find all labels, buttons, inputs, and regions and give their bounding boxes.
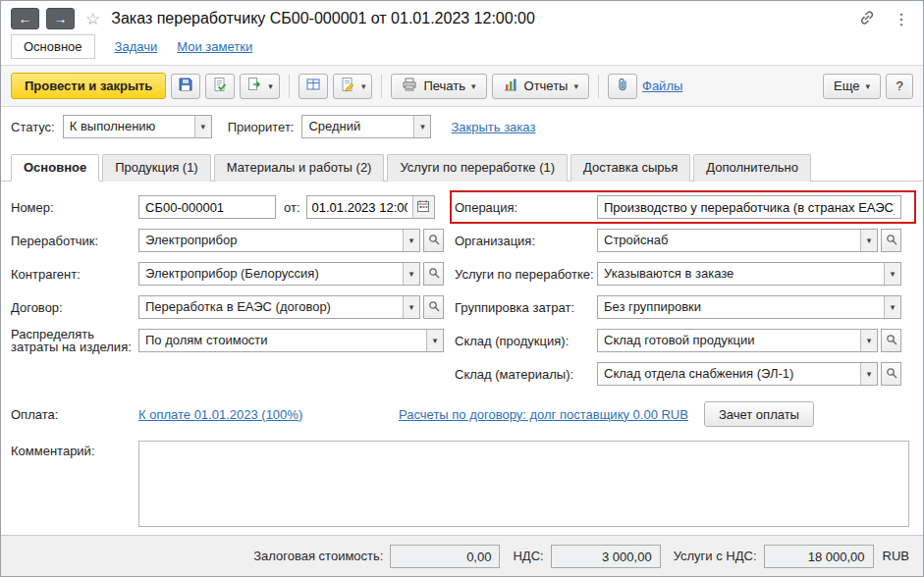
back-button[interactable]: ← bbox=[11, 8, 39, 29]
files-link[interactable]: Файлы bbox=[642, 79, 682, 93]
processor-label: Переработчик: bbox=[11, 235, 138, 247]
allocate-costs-label: Распределять затраты на изделия: bbox=[11, 328, 138, 353]
operation-input[interactable] bbox=[597, 195, 901, 219]
comment-label: Комментарий: bbox=[11, 441, 138, 458]
processor-open-button[interactable] bbox=[423, 229, 444, 252]
close-order-link[interactable]: Закрыть заказ bbox=[451, 120, 535, 134]
allocate-costs-select[interactable]: По долям стоимости ▾ bbox=[138, 329, 444, 352]
chevron-down-icon[interactable]: ▾ bbox=[403, 263, 419, 285]
status-select[interactable]: К выполнению ▾ bbox=[63, 115, 212, 138]
organization-select[interactable]: Стройснаб ▾ bbox=[597, 229, 878, 252]
warehouse-materials-label: Склад (материалы): bbox=[455, 368, 597, 381]
open-icon bbox=[886, 367, 897, 382]
save-button[interactable] bbox=[171, 74, 200, 99]
processing-services-value: Указываются в заказе bbox=[598, 263, 884, 285]
warehouse-products-select[interactable]: Склад готовой продукции ▾ bbox=[597, 329, 878, 352]
processor-select[interactable]: Электроприбор ▾ bbox=[138, 229, 420, 252]
chevron-down-icon[interactable]: ▾ bbox=[884, 296, 900, 318]
chevron-down-icon[interactable]: ▾ bbox=[860, 363, 877, 385]
more-menu-icon[interactable]: ⋮ bbox=[890, 10, 913, 28]
chevron-down-icon[interactable]: ▾ bbox=[194, 116, 211, 137]
get-link-icon[interactable] bbox=[858, 9, 876, 29]
currency-label: RUB bbox=[883, 549, 909, 563]
warehouse-materials-open-button[interactable] bbox=[881, 362, 901, 386]
back-icon: ← bbox=[19, 11, 32, 26]
more-button[interactable]: Еще ▾ bbox=[823, 74, 881, 99]
contract-label: Договор: bbox=[11, 301, 138, 314]
tab-main[interactable]: Основное bbox=[11, 154, 99, 182]
reports-icon bbox=[503, 77, 518, 95]
tab-products[interactable]: Продукция (1) bbox=[102, 154, 211, 182]
post-button[interactable] bbox=[205, 74, 235, 99]
counterparty-open-button[interactable] bbox=[423, 262, 444, 286]
tab-processing-services[interactable]: Услуги по переработке (1) bbox=[387, 154, 568, 182]
nav-tasks-link[interactable]: Задачи bbox=[115, 39, 158, 54]
services-with-vat-label: Услуги с НДС: bbox=[674, 549, 757, 563]
date-field bbox=[306, 195, 435, 219]
payment-offset-button[interactable]: Зачет оплаты bbox=[704, 401, 814, 427]
chevron-down-icon[interactable]: ▾ bbox=[884, 263, 900, 285]
pledge-value-label: Залоговая стоимость: bbox=[253, 549, 383, 563]
processing-services-select[interactable]: Указываются в заказе ▾ bbox=[597, 262, 901, 286]
help-button[interactable]: ? bbox=[886, 74, 913, 99]
post-and-close-button[interactable]: Провести и закрыть bbox=[11, 73, 166, 99]
create-based-on-icon bbox=[246, 77, 262, 95]
calendar-button[interactable] bbox=[412, 196, 434, 218]
titlebar-actions: ⋮ bbox=[858, 9, 913, 29]
reports-button[interactable]: Отчеты ▾ bbox=[492, 74, 589, 99]
calendar-icon bbox=[416, 199, 430, 216]
favorite-star-icon[interactable]: ☆ bbox=[85, 9, 100, 29]
form-right-column: Операция: Организация: Стройснаб ▾ Услуг… bbox=[455, 195, 911, 395]
services-with-vat-field: 18 000,00 bbox=[764, 545, 874, 568]
document-actions-button[interactable]: ▾ bbox=[333, 74, 373, 99]
vat-label: НДС: bbox=[513, 549, 543, 563]
organization-open-button[interactable] bbox=[881, 229, 901, 252]
open-icon bbox=[886, 334, 897, 348]
payment-due-link[interactable]: К оплате 01.01.2023 (100%) bbox=[138, 407, 302, 422]
forward-button[interactable]: → bbox=[46, 8, 75, 29]
print-button[interactable]: Печать ▾ bbox=[391, 74, 486, 99]
priority-select[interactable]: Средний ▾ bbox=[301, 115, 431, 138]
processor-value: Электроприбор bbox=[139, 230, 403, 251]
priority-label: Приоритет: bbox=[228, 120, 295, 134]
nav-main[interactable]: Основное bbox=[11, 34, 95, 59]
chevron-down-icon[interactable]: ▾ bbox=[403, 230, 419, 251]
chevron-down-icon[interactable]: ▾ bbox=[426, 330, 443, 351]
open-icon bbox=[886, 234, 897, 248]
open-icon bbox=[428, 300, 440, 315]
contract-settlements-link[interactable]: Расчеты по договору: долг поставщику 0.0… bbox=[399, 407, 688, 422]
nav-notes-link[interactable]: Мои заметки bbox=[177, 39, 252, 54]
chevron-down-icon[interactable]: ▾ bbox=[413, 116, 430, 137]
date-input[interactable] bbox=[307, 196, 412, 218]
create-based-on-button[interactable]: ▾ bbox=[240, 74, 280, 99]
paperclip-icon bbox=[615, 77, 630, 95]
warehouse-materials-select[interactable]: Склад отдела снабжения (ЭЛ-1) ▾ bbox=[597, 362, 878, 386]
contract-select[interactable]: Переработка в ЕАЭС (договор) ▾ bbox=[138, 295, 420, 319]
attachments-button[interactable] bbox=[608, 74, 637, 99]
allocate-costs-value: По долям стоимости bbox=[139, 330, 426, 351]
register-records-button[interactable] bbox=[299, 74, 328, 99]
form-body: Номер: от: Переработчик: bbox=[1, 182, 923, 535]
forward-icon: → bbox=[54, 11, 68, 26]
tab-additional[interactable]: Дополнительно bbox=[693, 154, 811, 182]
comment-input[interactable] bbox=[138, 441, 909, 527]
tab-raw-delivery[interactable]: Доставка сырья bbox=[571, 154, 690, 182]
number-input[interactable] bbox=[138, 195, 276, 219]
warehouse-products-open-button[interactable] bbox=[881, 329, 901, 352]
contract-open-button[interactable] bbox=[423, 295, 444, 319]
edit-document-icon bbox=[340, 77, 355, 95]
totals-footer: Залоговая стоимость: 0,00 НДС: 3 000,00 … bbox=[1, 535, 923, 576]
register-records-icon bbox=[305, 77, 321, 95]
pledge-value-field: 0,00 bbox=[390, 545, 500, 568]
status-row: Статус: К выполнению ▾ Приоритет: Средни… bbox=[1, 107, 923, 146]
chevron-down-icon[interactable]: ▾ bbox=[860, 330, 877, 351]
window-titlebar: ← → ☆ Заказ переработчику СБ00-000001 от… bbox=[1, 1, 923, 34]
chevron-down-icon[interactable]: ▾ bbox=[860, 230, 877, 251]
processing-services-label: Услуги по переработке: bbox=[455, 268, 597, 281]
vat-value-field: 3 000,00 bbox=[551, 545, 661, 568]
counterparty-select[interactable]: Электроприбор (Белоруссия) ▾ bbox=[138, 262, 420, 286]
chevron-down-icon[interactable]: ▾ bbox=[403, 296, 419, 318]
dropdown-icon: ▾ bbox=[268, 81, 273, 91]
tab-materials[interactable]: Материалы и работы (2) bbox=[214, 154, 385, 182]
cost-grouping-select[interactable]: Без группировки ▾ bbox=[597, 295, 901, 319]
